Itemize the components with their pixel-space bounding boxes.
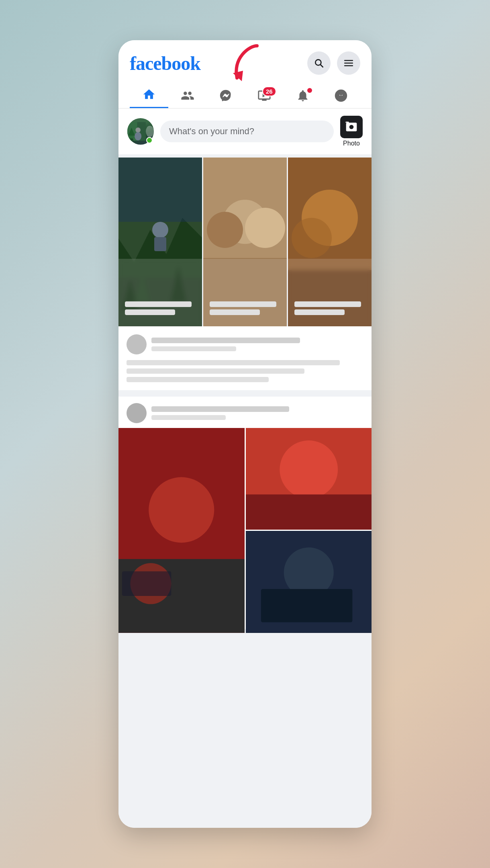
post-text-section bbox=[118, 326, 372, 393]
photo-icon bbox=[340, 116, 363, 138]
phone-frame: facebook bbox=[118, 40, 372, 828]
svg-point-13 bbox=[135, 127, 141, 133]
svg-point-41 bbox=[280, 440, 338, 499]
post-header bbox=[118, 397, 372, 428]
search-button[interactable] bbox=[307, 51, 331, 75]
story-item-1[interactable] bbox=[118, 158, 202, 326]
svg-point-29 bbox=[245, 208, 285, 248]
svg-rect-42 bbox=[246, 494, 372, 530]
nav-item-watch[interactable]: 26 bbox=[245, 83, 284, 108]
header-top: facebook bbox=[130, 51, 360, 75]
post-divider bbox=[118, 393, 372, 397]
svg-rect-45 bbox=[261, 589, 352, 622]
photo-button[interactable]: Photo bbox=[340, 116, 363, 147]
nav-item-menu[interactable] bbox=[322, 83, 360, 108]
svg-point-16 bbox=[349, 125, 354, 129]
svg-rect-24 bbox=[154, 237, 166, 251]
photo-label: Photo bbox=[343, 140, 360, 147]
svg-point-14 bbox=[135, 132, 141, 140]
nav-item-notifications[interactable] bbox=[284, 83, 322, 108]
post-composer: What's on your mind? Photo bbox=[118, 108, 372, 158]
svg-point-33 bbox=[292, 218, 332, 258]
content-area bbox=[118, 158, 372, 828]
watch-badge: 26 bbox=[262, 86, 276, 96]
svg-rect-39 bbox=[122, 571, 171, 596]
svg-point-28 bbox=[207, 212, 243, 248]
post-image-3 bbox=[246, 531, 372, 633]
svg-point-36 bbox=[149, 477, 214, 542]
header-icons bbox=[307, 51, 360, 75]
hamburger-menu-button[interactable] bbox=[337, 51, 360, 75]
post-input[interactable]: What's on your mind? bbox=[160, 121, 334, 142]
post-image-2 bbox=[246, 428, 372, 530]
post-images bbox=[118, 428, 372, 629]
nav-item-messenger[interactable] bbox=[206, 83, 245, 108]
online-indicator bbox=[146, 137, 153, 143]
navigation-bar: 26 bbox=[130, 82, 360, 108]
story-item-2[interactable] bbox=[203, 158, 287, 326]
user-avatar-wrap bbox=[127, 118, 154, 145]
nav-item-friends[interactable] bbox=[168, 83, 207, 108]
svg-rect-25 bbox=[118, 158, 202, 222]
facebook-logo: facebook bbox=[130, 52, 200, 74]
svg-point-23 bbox=[152, 222, 168, 238]
app-header: facebook bbox=[118, 40, 372, 108]
story-item-3[interactable] bbox=[288, 158, 372, 326]
stories-row bbox=[118, 158, 372, 326]
notification-dot bbox=[306, 87, 313, 94]
nav-item-home[interactable] bbox=[130, 82, 168, 108]
post-card-2 bbox=[118, 397, 372, 629]
post-image-1 bbox=[118, 428, 245, 633]
nav-wrapper: 26 bbox=[130, 82, 360, 108]
svg-line-1 bbox=[321, 65, 323, 67]
post-placeholder: What's on your mind? bbox=[169, 126, 254, 136]
